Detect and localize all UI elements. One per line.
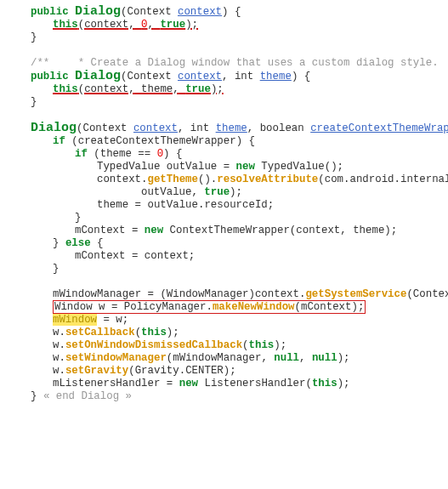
code-line: mContext = context; [9, 250, 448, 263]
code-line: this(context, 0, true); [9, 19, 448, 31]
highlight-mwindow: mWindow [53, 314, 97, 326]
code-line: w.setOnWindowDismissedCallback(this); [9, 339, 448, 352]
code-line: if (theme == 0) { [9, 148, 448, 161]
type-dialog: Dialog [75, 4, 121, 19]
comment-line: /** [9, 57, 49, 70]
code-line: } else { [9, 237, 448, 250]
code-line: mWindowManager = (WindowManager)context.… [9, 288, 448, 301]
code-line: } [9, 212, 448, 225]
blank-line [9, 44, 448, 57]
code-line: } [9, 263, 448, 276]
blank-line [9, 276, 448, 288]
code-line: mWindow = w; [9, 314, 448, 327]
code-line: w.setGravity(Gravity.CENTER); [9, 365, 448, 378]
blank-line [9, 109, 448, 122]
code-line: mContext = new ContextThemeWrapper(conte… [9, 225, 448, 237]
highlighted-box: Window w = PolicyManager.makeNewWindow(m… [53, 300, 366, 314]
code-line: } [9, 96, 448, 109]
fold-end-marker: « end Dialog » [43, 390, 132, 402]
comment-line: * [445, 57, 448, 70]
code-line: } « end Dialog » [9, 390, 448, 403]
code-line: w.setCallback(this); [9, 327, 448, 339]
code-line: outValue, true); [9, 186, 448, 199]
code-line: this(context, theme, true); [9, 83, 448, 96]
code-line: context.getTheme().resolveAttribute(com.… [9, 173, 448, 186]
code-line: public Dialog(Context context, int theme… [9, 70, 448, 83]
javadoc-block: /** * Create a Dialog window that uses a… [9, 57, 448, 70]
code-line: w.setWindowManager(mWindowManager, null,… [9, 352, 448, 365]
code-line: Window w = PolicyManager.makeNewWindow(m… [9, 301, 448, 314]
code-line: } [9, 31, 448, 44]
code-line: public Dialog(Context context) { [9, 5, 448, 19]
code-line: TypedValue outValue = new TypedValue(); [9, 161, 448, 173]
code-line: if (createContextThemeWrapper) { [9, 135, 448, 148]
comment-line: * Create a Dialog window that uses a cus… [56, 57, 439, 70]
keyword-public: public [31, 6, 69, 18]
code-block: public Dialog(Context context) { this(co… [9, 5, 448, 403]
code-line: Dialog(Context context, int theme, boole… [9, 122, 448, 135]
code-line: theme = outValue.resourceId; [9, 199, 448, 212]
code-line: mListenersHandler = new ListenersHandler… [9, 378, 448, 390]
param-context: context [178, 6, 222, 18]
